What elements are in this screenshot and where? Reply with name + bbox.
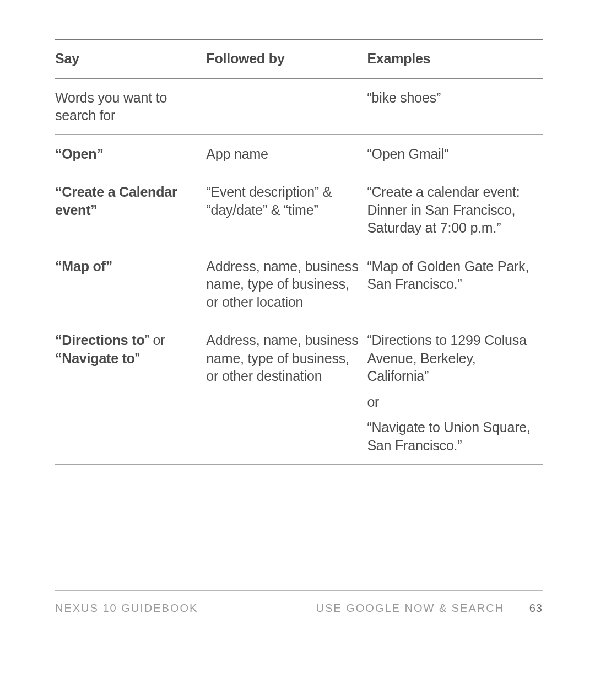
cell-followed: “Event descrip­tion” & “day/date” & “tim… (206, 173, 367, 247)
voice-commands-table: Say Followed by Examples Words you want … (55, 39, 543, 465)
cell-followed: Address, name, business name, type of bu… (206, 247, 367, 321)
cell-say: “Create a Calendar event” (55, 173, 206, 247)
say-command-a-close: ” (145, 332, 149, 348)
example-line: “Navigate to Union Square, San Francisco… (367, 418, 535, 454)
say-command: “Map of (55, 259, 106, 274)
say-command: “Open” (55, 146, 104, 161)
document-page: Say Followed by Examples Words you want … (0, 0, 595, 700)
col-header-followed: Followed by (206, 39, 367, 78)
cell-examples: “Directions to 1299 Colusa Avenue, Berke… (367, 321, 543, 465)
table-row: “Open” App name “Open Gmail” (55, 134, 543, 173)
table-row: “Create a Calendar event” “Event descrip… (55, 173, 543, 247)
cell-examples: “Map of Golden Gate Park, San Francisco.… (367, 247, 543, 321)
say-command-a: “Directions to (55, 332, 145, 348)
say-command-b-close: ” (135, 351, 139, 366)
example-or: or (367, 393, 535, 411)
cell-say: Words you want to search for (55, 78, 206, 135)
example-line: “Directions to 1299 Colusa Avenue, Berke… (367, 331, 535, 385)
cell-followed (206, 78, 367, 135)
footer-left: NEXUS 10 GUIDEBOOK (55, 602, 316, 615)
table-row: Words you want to search for “bike shoes… (55, 78, 543, 135)
col-header-examples: Examples (367, 39, 543, 78)
page-footer: NEXUS 10 GUIDEBOOK USE GOOGLE NOW & SEAR… (55, 590, 543, 615)
col-header-say: Say (55, 39, 206, 78)
cell-examples: “bike shoes” (367, 78, 543, 135)
footer-page-number: 63 (529, 602, 543, 615)
cell-say: “Directions to” or “Navigate to” (55, 321, 206, 465)
cell-followed: Address, name, business name, type of bu… (206, 321, 367, 465)
say-command-tail: ” (106, 259, 112, 274)
cell-say: “Map of” (55, 247, 206, 321)
table-row: “Directions to” or “Navigate to” Address… (55, 321, 543, 465)
cell-examples: “Open Gmail” (367, 134, 543, 173)
say-or: or (149, 332, 165, 348)
cell-followed: App name (206, 134, 367, 173)
say-command: “Create a Calendar event” (55, 184, 177, 218)
cell-say: “Open” (55, 134, 206, 173)
cell-examples: “Create a calendar event: Dinner in San … (367, 173, 543, 247)
footer-section: USE GOOGLE NOW & SEARCH (316, 602, 505, 614)
say-command-b: “Navigate to (55, 351, 135, 366)
table-header-row: Say Followed by Examples (55, 39, 543, 78)
table-row: “Map of” Address, name, business name, t… (55, 247, 543, 321)
footer-right: USE GOOGLE NOW & SEARCH 63 (316, 602, 543, 615)
